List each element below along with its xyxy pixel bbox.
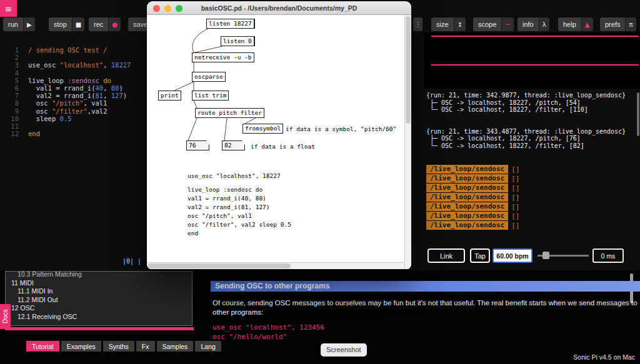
line-number: 7 [0, 92, 28, 99]
line-number: 8 [0, 99, 28, 107]
help-nav-item[interactable]: 12 OSC [6, 304, 192, 313]
tab-lang[interactable]: Lang [195, 341, 221, 352]
cue-args: [] [508, 165, 519, 174]
play-icon: ▶ [23, 17, 35, 31]
pi-icon: π [625, 17, 636, 31]
pd-vertical-scroll-thumb[interactable] [406, 16, 411, 124]
cue-log-row: /live_loop/sendosc[] [426, 193, 639, 202]
cue-path: /live_loop/sendosc [426, 165, 508, 174]
pd-titlebar[interactable]: basicOSC.pd - /Users/brendan/Documents/m… [147, 1, 411, 15]
link-slider-handle[interactable] [542, 252, 549, 259]
button-label: run [3, 17, 23, 31]
scope-panel [424, 32, 640, 89]
log-line: {run: 21, time: 343.4877, thread: :live_… [426, 128, 639, 135]
size-button[interactable]: size↕ [431, 17, 466, 31]
link-button[interactable]: Link [428, 248, 465, 263]
scope-trace [431, 36, 639, 37]
app-menu-button[interactable]: ≡ [0, 0, 17, 17]
pd-obj-box[interactable]: route pitch filter [195, 108, 264, 118]
tab-fx[interactable]: Fx [136, 341, 155, 352]
rec-button[interactable]: rec● [89, 17, 121, 31]
pd-obj-box[interactable]: list trim [192, 91, 229, 101]
editor-status: |0| | [122, 258, 141, 265]
help-section-header: Sending OSC to other programs [211, 281, 640, 292]
cue-args: [] [508, 222, 519, 230]
help-nav-item[interactable]: 10.3 Pattern Matching [6, 271, 192, 279]
pd-code-note: osc "/filter", val2 sleep 0.5 [188, 221, 291, 228]
info-button[interactable]: infoλ [518, 17, 549, 31]
button-label: help [558, 17, 581, 31]
line-number: 5 [0, 77, 28, 84]
stop-button[interactable]: stop■ [49, 17, 84, 31]
cue-args: [] [508, 175, 519, 183]
pd-code-note: live_loop :sendosc do [188, 186, 262, 193]
offset-ms-field[interactable]: 0 ms [592, 248, 624, 263]
cue-path: /live_loop/sendosc [426, 174, 508, 183]
line-number: 4 [0, 69, 28, 77]
pd-num-box[interactable]: 76 [186, 140, 209, 150]
pd-msg-box[interactable]: listen 0 [221, 36, 255, 46]
button-label: prefs [600, 17, 625, 31]
button-label: scope [473, 17, 501, 31]
help-nav-item[interactable]: 11 MIDI [6, 279, 192, 288]
cue-path: /live_loop/sendosc [426, 184, 508, 192]
tab-synths[interactable]: Synths [103, 341, 134, 352]
cue-log-row: /live_loop/sendosc[] [426, 221, 639, 230]
cue-log-row: /live_loop/sendosc[] [426, 184, 639, 192]
cue-args: [] [508, 194, 519, 202]
pd-horizontal-scroll-thumb[interactable] [148, 263, 291, 268]
prefs-button[interactable]: prefsπ [600, 17, 636, 31]
tab-samples[interactable]: Samples [157, 341, 194, 352]
log-line: {run: 21, time: 342.9877, thread: :live_… [426, 92, 639, 99]
help-code-line: use_osc "localhost", 123456 [212, 323, 324, 333]
zoom-button[interactable] [176, 5, 182, 12]
line-number: 2 [0, 54, 28, 61]
pd-code-note: val2 = rrand_i(81, 127) [188, 204, 270, 210]
help-nav-item[interactable]: 12.1 Receiving OSC [6, 313, 192, 322]
pd-window[interactable]: basicOSC.pd - /Users/brendan/Documents/m… [147, 1, 411, 270]
pd-msg-box[interactable]: listen 18227 [206, 19, 255, 29]
docs-tab-bar: TutorialExamplesSynthsFxSamplesLang [26, 341, 221, 352]
minimize-button[interactable] [164, 5, 171, 12]
log-scrollbar[interactable] [637, 92, 639, 136]
pd-code-note: val1 = rrand_i(40, 80) [188, 195, 266, 202]
dots-menu-button[interactable]: ⋮ [413, 17, 422, 31]
screenshot-tooltip: Screenshot [321, 343, 367, 357]
status-bar: Sonic Pi v4.5 on Mac [573, 353, 635, 361]
log-line: ├─ OSC -> localhost, 18227, /pitch, [76] [426, 135, 639, 142]
log-line: └─ OSC -> localhost, 18227, /filter, [11… [426, 106, 639, 114]
docs-tab[interactable]: Docs [0, 304, 11, 329]
tab-examples[interactable]: Examples [61, 341, 101, 352]
help-nav-item[interactable]: 11.1 MIDI In [6, 287, 192, 296]
pd-obj-box[interactable]: print [158, 91, 181, 101]
line-number: 9 [0, 107, 28, 115]
help-nav-list: 10.3 Pattern Matching11 MIDI11.1 MIDI In… [5, 271, 192, 326]
close-button[interactable] [153, 5, 160, 12]
help-nav-item[interactable]: 11.2 MIDI Out [6, 296, 192, 305]
bpm-field[interactable]: 60.00 bpm [492, 248, 532, 263]
pd-vertical-scrollbar[interactable] [404, 15, 411, 269]
run-button[interactable]: run▶ [3, 17, 35, 31]
pd-obj-box[interactable]: netreceive -u -b [192, 52, 254, 62]
cue-path: /live_loop/sendosc [426, 212, 508, 220]
pd-num-box[interactable]: 82 [222, 140, 245, 150]
help-button[interactable]: help▲ [558, 17, 593, 31]
tap-button[interactable]: Tap [470, 248, 490, 263]
help-code-line: osc "/hello/world" [212, 333, 324, 342]
pd-obj-box[interactable]: oscparse [192, 72, 226, 82]
pd-obj-box[interactable]: fromsymbol [242, 124, 283, 134]
tab-tutorial[interactable]: Tutorial [26, 341, 59, 352]
pd-code-note: use_osc "localhost", 18227 [188, 172, 281, 179]
dots-icon: ⋮ [414, 21, 421, 29]
pd-code-note: osc "/pitch", val1 [188, 212, 252, 219]
line-number: 1 [0, 46, 28, 54]
pd-canvas[interactable]: listen 18227listen 0netreceive -u -boscp… [147, 15, 411, 269]
wave-icon: ~ [501, 17, 513, 31]
button-label: stop [49, 17, 72, 31]
pd-horizontal-scrollbar[interactable] [147, 262, 404, 269]
pd-code-note: end [188, 230, 198, 237]
line-number: 10 [0, 115, 28, 122]
docs-scrollbar[interactable] [5, 327, 194, 330]
menu-icon: ≡ [5, 4, 12, 14]
scope-button[interactable]: scope~ [473, 17, 514, 31]
